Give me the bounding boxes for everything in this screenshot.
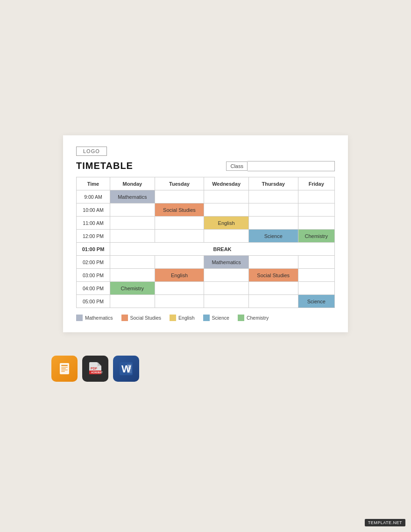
legend-label-math: Mathematics xyxy=(85,315,113,321)
empty-cell xyxy=(204,230,249,243)
empty-cell xyxy=(298,203,335,217)
legend-item-social: Social Studies xyxy=(121,315,162,321)
schedule-table: Time Monday Tuesday Wednesday Thursday F… xyxy=(76,177,335,308)
legend: Mathematics Social Studies English Scien… xyxy=(76,315,335,321)
table-row: 05:00 PM Science xyxy=(77,295,335,308)
empty-cell xyxy=(204,269,249,282)
svg-rect-5 xyxy=(61,371,65,372)
legend-label-english: English xyxy=(178,315,194,321)
logo-label: LOGO xyxy=(83,148,100,154)
col-thursday: Thursday xyxy=(248,177,298,190)
table-row: 03:00 PM English Social Studies xyxy=(77,269,335,282)
subject-cell: Mathematics xyxy=(110,190,155,203)
pages-app-icon[interactable] xyxy=(51,356,78,382)
svg-rect-2 xyxy=(61,367,68,368)
svg-rect-3 xyxy=(61,368,66,369)
svg-rect-17 xyxy=(128,368,131,369)
svg-rect-18 xyxy=(128,370,130,371)
svg-rect-1 xyxy=(61,365,68,366)
empty-cell xyxy=(110,295,155,308)
subject-cell: Mathematics xyxy=(204,256,249,269)
time-cell: 01:00 PM xyxy=(77,243,110,256)
legend-item-chemistry: Chemistry xyxy=(238,315,269,321)
time-cell: 10:00 AM xyxy=(77,203,110,217)
empty-cell xyxy=(248,203,298,217)
empty-cell xyxy=(204,190,249,203)
table-row: 02:00 PM Mathematics xyxy=(77,256,335,269)
svg-text:PDF: PDF xyxy=(91,367,98,370)
watermark-label: TEMPLATE.NET xyxy=(368,520,402,525)
col-tuesday: Tuesday xyxy=(155,177,204,190)
table-row: 11:00 AM English xyxy=(77,217,335,230)
legend-item-english: English xyxy=(170,315,194,321)
empty-cell xyxy=(155,295,204,308)
subject-cell: English xyxy=(204,217,249,230)
empty-cell xyxy=(298,269,335,282)
subject-cell: Science xyxy=(248,230,298,243)
time-cell: 9:00 AM xyxy=(77,190,110,203)
legend-item-math: Mathematics xyxy=(76,315,113,321)
break-row: 01:00 PM BREAK xyxy=(77,243,335,256)
empty-cell xyxy=(110,217,155,230)
empty-cell xyxy=(110,256,155,269)
empty-cell xyxy=(248,217,298,230)
class-field: Class xyxy=(226,161,335,171)
table-row: 12:00 PM Science Chemistry xyxy=(77,230,335,243)
subject-cell: Chemistry xyxy=(110,282,155,295)
empty-cell xyxy=(298,217,335,230)
class-input[interactable] xyxy=(248,161,335,171)
empty-cell xyxy=(155,282,204,295)
svg-rect-15 xyxy=(128,365,131,366)
empty-cell xyxy=(248,295,298,308)
col-monday: Monday xyxy=(110,177,155,190)
empty-cell xyxy=(155,190,204,203)
time-cell: 11:00 AM xyxy=(77,217,110,230)
legend-color-social xyxy=(121,315,128,321)
empty-cell xyxy=(248,256,298,269)
svg-rect-4 xyxy=(61,370,68,371)
col-wednesday: Wednesday xyxy=(204,177,249,190)
class-label: Class xyxy=(226,161,248,171)
legend-label-science: Science xyxy=(212,315,229,321)
empty-cell xyxy=(110,269,155,282)
legend-label-social: Social Studies xyxy=(130,315,162,321)
subject-cell: Science xyxy=(298,295,335,308)
table-row: 10:00 AM Social Studies xyxy=(77,203,335,217)
time-cell: 04:00 PM xyxy=(77,282,110,295)
timetable-card: LOGO TIMETABLE Class Time Monday Tuesday… xyxy=(63,135,348,332)
legend-color-english xyxy=(170,315,176,321)
pdf-app-icon[interactable]: PDF ACROBAT xyxy=(82,356,108,382)
subject-cell: Social Studies xyxy=(155,203,204,217)
table-row: 04:00 PM Chemistry xyxy=(77,282,335,295)
empty-cell xyxy=(298,256,335,269)
time-cell: 03:00 PM xyxy=(77,269,110,282)
col-time: Time xyxy=(77,177,110,190)
svg-text:ACROBAT: ACROBAT xyxy=(91,371,103,374)
page-container: LOGO TIMETABLE Class Time Monday Tuesday… xyxy=(0,0,411,532)
watermark-badge: TEMPLATE.NET xyxy=(365,519,405,526)
legend-label-chemistry: Chemistry xyxy=(247,315,269,321)
empty-cell xyxy=(155,230,204,243)
break-cell: BREAK xyxy=(110,243,335,256)
time-cell: 05:00 PM xyxy=(77,295,110,308)
subject-cell: English xyxy=(155,269,204,282)
empty-cell xyxy=(298,282,335,295)
empty-cell xyxy=(204,282,249,295)
empty-cell xyxy=(248,190,298,203)
page-title: TIMETABLE xyxy=(76,161,133,171)
empty-cell xyxy=(298,190,335,203)
empty-cell xyxy=(155,217,204,230)
app-icons-row: PDF ACROBAT W xyxy=(51,356,139,382)
subject-cell: Social Studies xyxy=(248,269,298,282)
empty-cell xyxy=(155,256,204,269)
legend-color-chemistry xyxy=(238,315,244,321)
table-header-row: Time Monday Tuesday Wednesday Thursday F… xyxy=(77,177,335,190)
col-friday: Friday xyxy=(298,177,335,190)
legend-color-science xyxy=(203,315,210,321)
svg-marker-7 xyxy=(98,362,101,366)
empty-cell xyxy=(204,203,249,217)
legend-color-math xyxy=(76,315,83,321)
time-cell: 02:00 PM xyxy=(77,256,110,269)
time-cell: 12:00 PM xyxy=(77,230,110,243)
word-app-icon[interactable]: W xyxy=(113,356,139,382)
